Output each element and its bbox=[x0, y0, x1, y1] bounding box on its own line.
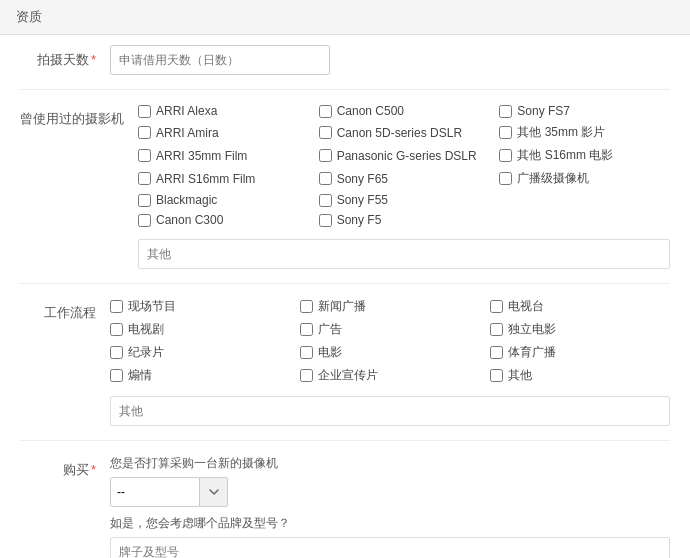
workflow-checkbox-drama[interactable] bbox=[110, 323, 123, 336]
purchase-content: 您是否打算采购一台新的摄像机 -- 是 否 如是，您会考虑哪个品牌及型号？ bbox=[110, 455, 670, 558]
workflow-other-input[interactable] bbox=[110, 396, 670, 426]
camera-checkbox-canon-c300[interactable] bbox=[138, 214, 151, 227]
chevron-down-icon bbox=[208, 486, 220, 498]
workflow-checkbox-tv-station[interactable] bbox=[490, 300, 503, 313]
workflow-row: 工作流程 现场节目 新闻广播 电视台 bbox=[20, 298, 670, 441]
cameras-other-input[interactable] bbox=[138, 239, 670, 269]
camera-item-arri-amira[interactable]: ARRI Amira bbox=[138, 124, 309, 141]
workflow-item-drama[interactable]: 电视剧 bbox=[110, 321, 290, 338]
cameras-label: 曾使用过的摄影机 bbox=[20, 104, 138, 128]
workflow-checkbox-promo[interactable] bbox=[110, 369, 123, 382]
cameras-row: 曾使用过的摄影机 ARRI Alexa Canon C500 Sony bbox=[20, 104, 670, 284]
workflow-item-film[interactable]: 电影 bbox=[300, 344, 480, 361]
workflow-item-corp[interactable]: 企业宣传片 bbox=[300, 367, 480, 384]
workflow-checkbox-ad[interactable] bbox=[300, 323, 313, 336]
brand-input[interactable] bbox=[110, 537, 670, 558]
camera-checkbox-sony-f55[interactable] bbox=[319, 194, 332, 207]
camera-empty-cell2 bbox=[499, 213, 670, 227]
workflow-content: 现场节目 新闻广播 电视台 电视剧 bbox=[110, 298, 670, 426]
camera-checkbox-arri-35mm[interactable] bbox=[138, 149, 151, 162]
camera-checkbox-blackmagic[interactable] bbox=[138, 194, 151, 207]
camera-checkbox-other-35mm[interactable] bbox=[499, 126, 512, 139]
camera-empty-cell bbox=[499, 193, 670, 207]
camera-item-sony-f65[interactable]: Sony F65 bbox=[319, 170, 490, 187]
camera-item-sony-fs7[interactable]: Sony FS7 bbox=[499, 104, 670, 118]
camera-checkbox-sony-f5[interactable] bbox=[319, 214, 332, 227]
camera-checkbox-sony-f65[interactable] bbox=[319, 172, 332, 185]
workflow-checkbox-other[interactable] bbox=[490, 369, 503, 382]
purchase-row: 购买* 您是否打算采购一台新的摄像机 -- 是 否 如是，您会 bbox=[20, 455, 670, 558]
workflow-checkbox-live[interactable] bbox=[110, 300, 123, 313]
camera-item-other-35mm[interactable]: 其他 35mm 影片 bbox=[499, 124, 670, 141]
camera-checkbox-arri-s16mm[interactable] bbox=[138, 172, 151, 185]
workflow-checkbox-indie[interactable] bbox=[490, 323, 503, 336]
camera-checkbox-panasonic-g[interactable] bbox=[319, 149, 332, 162]
workflow-grid: 现场节目 新闻广播 电视台 电视剧 bbox=[110, 298, 670, 384]
purchase-question: 您是否打算采购一台新的摄像机 bbox=[110, 455, 670, 472]
camera-checkbox-sony-fs7[interactable] bbox=[499, 105, 512, 118]
camera-item-canon-5d[interactable]: Canon 5D-series DSLR bbox=[319, 124, 490, 141]
workflow-checkbox-film[interactable] bbox=[300, 346, 313, 359]
camera-checkbox-other-s16mm[interactable] bbox=[499, 149, 512, 162]
shooting-days-row: 拍摄天数* bbox=[20, 45, 670, 90]
camera-item-sony-f5[interactable]: Sony F5 bbox=[319, 213, 490, 227]
camera-item-panasonic-g[interactable]: Panasonic G-series DSLR bbox=[319, 147, 490, 164]
workflow-item-promo[interactable]: 煽情 bbox=[110, 367, 290, 384]
brand-question: 如是，您会考虑哪个品牌及型号？ bbox=[110, 515, 670, 532]
purchase-label: 购买* bbox=[20, 455, 110, 479]
camera-item-arri-alexa[interactable]: ARRI Alexa bbox=[138, 104, 309, 118]
workflow-label: 工作流程 bbox=[20, 298, 110, 322]
workflow-item-tv-station[interactable]: 电视台 bbox=[490, 298, 670, 315]
workflow-item-other[interactable]: 其他 bbox=[490, 367, 670, 384]
form-body: 拍摄天数* 曾使用过的摄影机 ARRI Alexa bbox=[0, 35, 690, 558]
section-title: 资质 bbox=[0, 0, 690, 35]
camera-checkbox-canon-5d[interactable] bbox=[319, 126, 332, 139]
camera-item-blackmagic[interactable]: Blackmagic bbox=[138, 193, 309, 207]
camera-checkbox-arri-amira[interactable] bbox=[138, 126, 151, 139]
purchase-select[interactable]: -- 是 否 bbox=[110, 477, 200, 507]
workflow-checkbox-news[interactable] bbox=[300, 300, 313, 313]
workflow-item-live[interactable]: 现场节目 bbox=[110, 298, 290, 315]
page-container: 资质 拍摄天数* 曾使用过的摄影机 ARRI Alexa bbox=[0, 0, 690, 558]
workflow-checkbox-corp[interactable] bbox=[300, 369, 313, 382]
workflow-item-ad[interactable]: 广告 bbox=[300, 321, 480, 338]
cameras-content: ARRI Alexa Canon C500 Sony FS7 ARRI Amir… bbox=[138, 104, 670, 269]
camera-checkbox-broadcast[interactable] bbox=[499, 172, 512, 185]
purchase-select-wrapper: -- 是 否 bbox=[110, 477, 670, 507]
workflow-item-indie[interactable]: 独立电影 bbox=[490, 321, 670, 338]
workflow-item-news[interactable]: 新闻广播 bbox=[300, 298, 480, 315]
camera-item-arri-35mm[interactable]: ARRI 35mm Film bbox=[138, 147, 309, 164]
workflow-item-sports[interactable]: 体育广播 bbox=[490, 344, 670, 361]
select-arrow-button[interactable] bbox=[200, 477, 228, 507]
shooting-days-content bbox=[110, 45, 670, 75]
workflow-checkbox-doc[interactable] bbox=[110, 346, 123, 359]
workflow-checkbox-sports[interactable] bbox=[490, 346, 503, 359]
camera-item-arri-s16mm[interactable]: ARRI S16mm Film bbox=[138, 170, 309, 187]
camera-item-other-s16mm[interactable]: 其他 S16mm 电影 bbox=[499, 147, 670, 164]
camera-checkbox-arri-alexa[interactable] bbox=[138, 105, 151, 118]
shooting-days-label: 拍摄天数* bbox=[20, 45, 110, 69]
workflow-item-doc[interactable]: 纪录片 bbox=[110, 344, 290, 361]
camera-item-sony-f55[interactable]: Sony F55 bbox=[319, 193, 490, 207]
camera-item-broadcast[interactable]: 广播级摄像机 bbox=[499, 170, 670, 187]
shooting-days-input[interactable] bbox=[110, 45, 330, 75]
camera-item-canon-c300[interactable]: Canon C300 bbox=[138, 213, 309, 227]
camera-item-canon-c500[interactable]: Canon C500 bbox=[319, 104, 490, 118]
camera-checkbox-canon-c500[interactable] bbox=[319, 105, 332, 118]
cameras-grid: ARRI Alexa Canon C500 Sony FS7 ARRI Amir… bbox=[138, 104, 670, 227]
